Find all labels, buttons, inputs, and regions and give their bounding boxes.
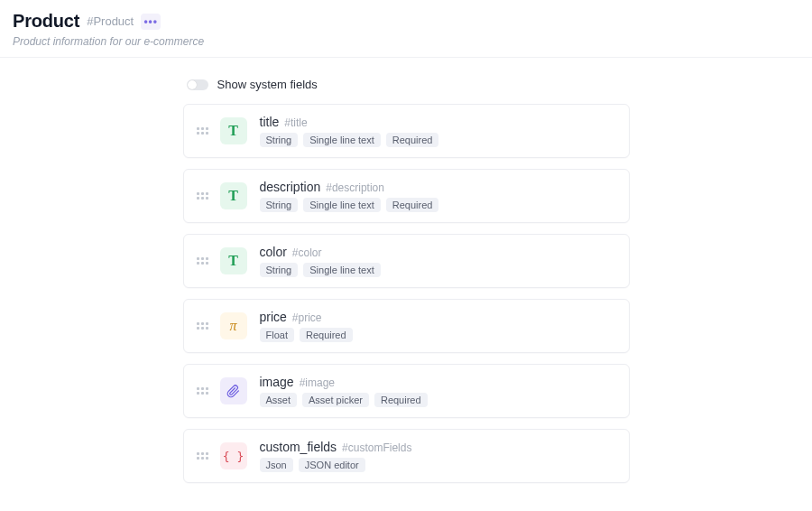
model-title: Product bbox=[13, 11, 79, 32]
field-body: image#imageAssetAsset pickerRequired bbox=[260, 375, 428, 407]
field-body: color#colorStringSingle line text bbox=[260, 245, 381, 277]
field-row[interactable]: Tcolor#colorStringSingle line text bbox=[183, 234, 630, 288]
badge: Float bbox=[260, 328, 294, 342]
drag-handle-icon[interactable] bbox=[197, 387, 209, 395]
badge: Single line text bbox=[303, 198, 381, 212]
paperclip-icon bbox=[220, 377, 247, 404]
field-badges: JsonJSON editor bbox=[260, 458, 412, 472]
text-icon: T bbox=[220, 182, 247, 209]
field-name: title bbox=[260, 115, 280, 129]
badge: JSON editor bbox=[299, 458, 365, 472]
field-name: price bbox=[260, 310, 287, 324]
field-api-id: #color bbox=[292, 246, 322, 259]
field-badges: FloatRequired bbox=[260, 328, 353, 342]
badge: Single line text bbox=[303, 133, 381, 147]
drag-handle-icon[interactable] bbox=[197, 322, 209, 330]
badge: Asset picker bbox=[302, 393, 369, 407]
field-api-id: #image bbox=[300, 376, 335, 389]
field-body: description#descriptionStringSingle line… bbox=[260, 180, 439, 212]
drag-handle-icon[interactable] bbox=[197, 257, 209, 265]
field-name: image bbox=[260, 375, 294, 389]
badge: String bbox=[260, 263, 299, 277]
model-api-id: #Product bbox=[87, 14, 134, 28]
field-row[interactable]: πprice#priceFloatRequired bbox=[183, 299, 630, 353]
text-icon: T bbox=[220, 247, 247, 274]
field-row[interactable]: Ttitle#titleStringSingle line textRequir… bbox=[183, 104, 630, 158]
badge: String bbox=[260, 198, 299, 212]
badge: Asset bbox=[260, 393, 298, 407]
field-badges: StringSingle line textRequired bbox=[260, 133, 439, 147]
field-body: title#titleStringSingle line textRequire… bbox=[260, 115, 439, 147]
badge: Required bbox=[386, 133, 439, 147]
badge: Required bbox=[386, 198, 439, 212]
field-badges: StringSingle line textRequired bbox=[260, 198, 439, 212]
field-name: custom_fields bbox=[260, 440, 337, 454]
text-icon: T bbox=[220, 117, 247, 144]
pi-icon: π bbox=[220, 312, 247, 339]
badge: Required bbox=[374, 393, 428, 407]
field-api-id: #customFields bbox=[342, 441, 411, 454]
field-badges: AssetAsset pickerRequired bbox=[260, 393, 428, 407]
page-header: Product #Product ••• Product information… bbox=[0, 0, 812, 58]
field-body: custom_fields#customFieldsJsonJSON edito… bbox=[260, 440, 412, 472]
ellipsis-icon: ••• bbox=[143, 15, 158, 28]
field-row[interactable]: image#imageAssetAsset pickerRequired bbox=[183, 364, 630, 418]
drag-handle-icon[interactable] bbox=[197, 192, 209, 200]
field-row[interactable]: { }custom_fields#customFieldsJsonJSON ed… bbox=[183, 429, 630, 483]
field-badges: StringSingle line text bbox=[260, 263, 381, 277]
braces-icon: { } bbox=[220, 442, 247, 469]
badge: Single line text bbox=[303, 263, 381, 277]
badge: String bbox=[260, 133, 299, 147]
field-name: description bbox=[260, 180, 321, 194]
field-api-id: #price bbox=[292, 311, 322, 324]
drag-handle-icon[interactable] bbox=[197, 452, 209, 460]
field-name: color bbox=[260, 245, 287, 259]
field-row[interactable]: Tdescription#descriptionStringSingle lin… bbox=[183, 169, 630, 223]
field-api-id: #description bbox=[326, 181, 384, 194]
model-description: Product information for our e-commerce bbox=[13, 35, 799, 48]
fields-panel: Show system fields Ttitle#titleStringSin… bbox=[183, 58, 630, 483]
badge: Json bbox=[260, 458, 293, 472]
badge: Required bbox=[300, 328, 353, 342]
show-system-fields-toggle[interactable] bbox=[187, 79, 208, 90]
show-system-fields-label: Show system fields bbox=[217, 78, 318, 91]
field-body: price#priceFloatRequired bbox=[260, 310, 353, 342]
more-menu-button[interactable]: ••• bbox=[141, 14, 161, 30]
drag-handle-icon[interactable] bbox=[197, 127, 209, 135]
field-api-id: #title bbox=[284, 116, 307, 129]
